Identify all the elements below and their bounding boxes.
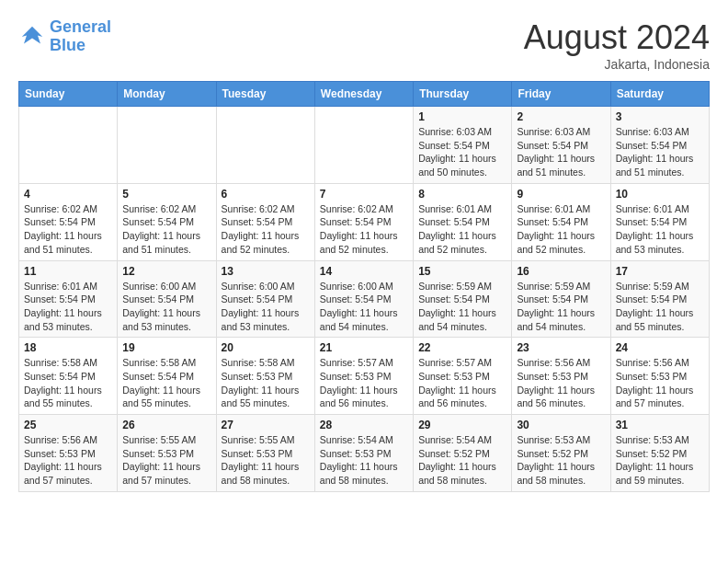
day-number: 31 <box>616 419 704 431</box>
day-info: Sunrise: 5:58 AM Sunset: 5:54 PM Dayligh… <box>24 356 112 410</box>
calendar-cell: 7Sunrise: 6:02 AM Sunset: 5:54 PM Daylig… <box>314 183 413 260</box>
day-number: 28 <box>320 419 408 431</box>
day-info: Sunrise: 6:01 AM Sunset: 5:54 PM Dayligh… <box>418 202 506 257</box>
day-info: Sunrise: 5:53 AM Sunset: 5:52 PM Dayligh… <box>616 433 704 488</box>
calendar-cell: 24Sunrise: 5:56 AM Sunset: 5:53 PM Dayli… <box>610 338 709 415</box>
day-info: Sunrise: 5:57 AM Sunset: 5:53 PM Dayligh… <box>320 356 408 410</box>
calendar-cell: 21Sunrise: 5:57 AM Sunset: 5:53 PM Dayli… <box>314 338 413 415</box>
logo: General Blue <box>18 18 111 55</box>
calendar-cell: 2Sunrise: 6:03 AM Sunset: 5:54 PM Daylig… <box>512 107 610 184</box>
day-number: 17 <box>616 265 704 278</box>
day-number: 8 <box>418 188 506 201</box>
day-info: Sunrise: 5:58 AM Sunset: 5:53 PM Dayligh… <box>222 356 310 410</box>
calendar-cell: 5Sunrise: 6:02 AM Sunset: 5:54 PM Daylig… <box>118 183 216 260</box>
day-info: Sunrise: 5:58 AM Sunset: 5:54 PM Dayligh… <box>122 356 210 410</box>
day-info: Sunrise: 6:01 AM Sunset: 5:54 PM Dayligh… <box>616 202 704 257</box>
calendar-cell: 12Sunrise: 6:00 AM Sunset: 5:54 PM Dayli… <box>118 260 216 338</box>
calendar-week-row: 18Sunrise: 5:58 AM Sunset: 5:54 PM Dayli… <box>19 338 710 415</box>
day-number: 26 <box>122 419 210 431</box>
day-info: Sunrise: 5:59 AM Sunset: 5:54 PM Dayligh… <box>517 280 605 334</box>
calendar-cell: 25Sunrise: 5:56 AM Sunset: 5:53 PM Dayli… <box>19 415 118 492</box>
calendar-cell: 13Sunrise: 6:00 AM Sunset: 5:54 PM Dayli… <box>216 260 314 338</box>
day-number: 29 <box>418 419 506 431</box>
day-number: 25 <box>24 419 112 431</box>
weekday-header-row: SundayMondayTuesdayWednesdayThursdayFrid… <box>19 82 710 107</box>
day-number: 24 <box>616 341 704 354</box>
calendar-cell: 23Sunrise: 5:56 AM Sunset: 5:53 PM Dayli… <box>512 338 610 415</box>
weekday-header-friday: Friday <box>512 82 610 107</box>
weekday-header-wednesday: Wednesday <box>314 82 413 107</box>
logo-icon <box>18 23 46 51</box>
calendar-table: SundayMondayTuesdayWednesdayThursdayFrid… <box>18 81 710 492</box>
calendar-cell <box>19 107 118 184</box>
calendar-cell <box>314 107 413 184</box>
month-year: August 2024 <box>524 18 710 57</box>
day-info: Sunrise: 6:00 AM Sunset: 5:54 PM Dayligh… <box>222 280 310 334</box>
day-info: Sunrise: 6:03 AM Sunset: 5:54 PM Dayligh… <box>517 125 605 179</box>
day-number: 20 <box>222 341 310 354</box>
calendar-cell: 8Sunrise: 6:01 AM Sunset: 5:54 PM Daylig… <box>414 183 512 260</box>
calendar-cell: 17Sunrise: 5:59 AM Sunset: 5:54 PM Dayli… <box>610 260 709 338</box>
calendar-cell: 16Sunrise: 5:59 AM Sunset: 5:54 PM Dayli… <box>512 260 610 338</box>
calendar-cell: 1Sunrise: 6:03 AM Sunset: 5:54 PM Daylig… <box>414 107 512 184</box>
calendar-cell: 11Sunrise: 6:01 AM Sunset: 5:54 PM Dayli… <box>19 260 118 338</box>
day-info: Sunrise: 5:53 AM Sunset: 5:52 PM Dayligh… <box>517 433 605 488</box>
day-info: Sunrise: 5:59 AM Sunset: 5:54 PM Dayligh… <box>616 280 704 334</box>
day-number: 7 <box>320 188 408 201</box>
day-number: 15 <box>418 265 506 278</box>
day-number: 18 <box>24 341 112 354</box>
day-number: 14 <box>320 265 408 278</box>
day-info: Sunrise: 5:55 AM Sunset: 5:53 PM Dayligh… <box>222 433 310 488</box>
day-info: Sunrise: 6:02 AM Sunset: 5:54 PM Dayligh… <box>24 202 112 257</box>
day-number: 10 <box>616 188 704 201</box>
calendar-cell: 28Sunrise: 5:54 AM Sunset: 5:53 PM Dayli… <box>314 415 413 492</box>
day-number: 23 <box>517 341 605 354</box>
day-info: Sunrise: 5:54 AM Sunset: 5:53 PM Dayligh… <box>320 433 408 488</box>
day-number: 9 <box>517 188 605 201</box>
weekday-header-thursday: Thursday <box>414 82 512 107</box>
day-info: Sunrise: 5:57 AM Sunset: 5:53 PM Dayligh… <box>418 356 506 410</box>
logo-text: General Blue <box>50 18 111 55</box>
logo-line2: Blue <box>50 36 85 54</box>
calendar-cell: 4Sunrise: 6:02 AM Sunset: 5:54 PM Daylig… <box>19 183 118 260</box>
weekday-header-monday: Monday <box>118 82 216 107</box>
calendar-cell: 14Sunrise: 6:00 AM Sunset: 5:54 PM Dayli… <box>314 260 413 338</box>
day-number: 27 <box>222 419 310 431</box>
calendar-cell: 9Sunrise: 6:01 AM Sunset: 5:54 PM Daylig… <box>512 183 610 260</box>
day-number: 4 <box>24 188 112 201</box>
day-number: 13 <box>222 265 310 278</box>
calendar-week-row: 11Sunrise: 6:01 AM Sunset: 5:54 PM Dayli… <box>19 260 710 338</box>
day-number: 21 <box>320 341 408 354</box>
calendar-cell: 6Sunrise: 6:02 AM Sunset: 5:54 PM Daylig… <box>216 183 314 260</box>
day-info: Sunrise: 6:02 AM Sunset: 5:54 PM Dayligh… <box>122 202 210 257</box>
calendar-cell: 19Sunrise: 5:58 AM Sunset: 5:54 PM Dayli… <box>118 338 216 415</box>
calendar-cell: 22Sunrise: 5:57 AM Sunset: 5:53 PM Dayli… <box>414 338 512 415</box>
calendar-cell: 10Sunrise: 6:01 AM Sunset: 5:54 PM Dayli… <box>610 183 709 260</box>
day-number: 30 <box>517 419 605 431</box>
calendar-week-row: 4Sunrise: 6:02 AM Sunset: 5:54 PM Daylig… <box>19 183 710 260</box>
calendar-cell: 29Sunrise: 5:54 AM Sunset: 5:52 PM Dayli… <box>414 415 512 492</box>
day-info: Sunrise: 6:03 AM Sunset: 5:54 PM Dayligh… <box>616 125 704 179</box>
day-number: 6 <box>222 188 310 201</box>
logo-line1: General <box>50 17 111 36</box>
day-number: 2 <box>517 110 605 123</box>
weekday-header-saturday: Saturday <box>610 82 709 107</box>
day-number: 16 <box>517 265 605 278</box>
calendar-cell: 27Sunrise: 5:55 AM Sunset: 5:53 PM Dayli… <box>216 415 314 492</box>
day-info: Sunrise: 5:54 AM Sunset: 5:52 PM Dayligh… <box>418 433 506 488</box>
day-info: Sunrise: 5:56 AM Sunset: 5:53 PM Dayligh… <box>24 433 112 488</box>
day-info: Sunrise: 5:56 AM Sunset: 5:53 PM Dayligh… <box>517 356 605 410</box>
calendar-cell <box>216 107 314 184</box>
day-info: Sunrise: 5:55 AM Sunset: 5:53 PM Dayligh… <box>122 433 210 488</box>
day-info: Sunrise: 6:01 AM Sunset: 5:54 PM Dayligh… <box>24 280 112 334</box>
day-number: 22 <box>418 341 506 354</box>
svg-marker-0 <box>22 27 43 44</box>
calendar-cell: 3Sunrise: 6:03 AM Sunset: 5:54 PM Daylig… <box>610 107 709 184</box>
calendar-cell: 18Sunrise: 5:58 AM Sunset: 5:54 PM Dayli… <box>19 338 118 415</box>
day-info: Sunrise: 5:56 AM Sunset: 5:53 PM Dayligh… <box>616 356 704 410</box>
calendar-week-row: 1Sunrise: 6:03 AM Sunset: 5:54 PM Daylig… <box>19 107 710 184</box>
page-header: General Blue August 2024 Jakarta, Indone… <box>18 18 710 72</box>
day-info: Sunrise: 6:01 AM Sunset: 5:54 PM Dayligh… <box>517 202 605 257</box>
day-number: 19 <box>122 341 210 354</box>
calendar-cell: 26Sunrise: 5:55 AM Sunset: 5:53 PM Dayli… <box>118 415 216 492</box>
